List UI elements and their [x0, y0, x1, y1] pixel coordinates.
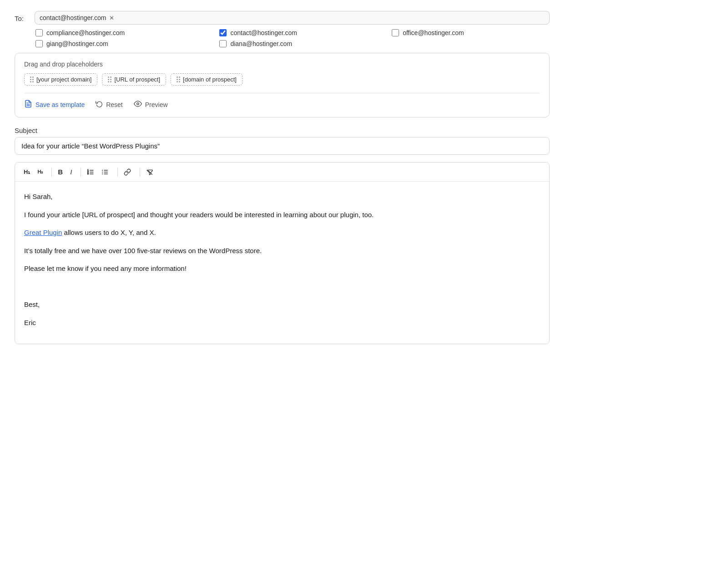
email-checkbox-contact[interactable]: contact@hostinger.com [219, 29, 383, 36]
to-tag-close-icon[interactable]: ✕ [109, 15, 114, 21]
clear-format-button[interactable] [143, 167, 157, 178]
bold-button[interactable]: B [55, 166, 66, 178]
preview-label: Preview [145, 101, 168, 108]
placeholder-chip-domain[interactable]: [your project domain] [24, 73, 97, 86]
subject-label: Subject [15, 127, 550, 134]
placeholders-title: Drag and drop placeholders [24, 61, 540, 68]
checkbox-diana[interactable] [219, 40, 227, 47]
preview-button[interactable]: Preview [134, 100, 168, 110]
drag-handle-icon [30, 76, 34, 82]
email-label-contact: contact@hostinger.com [230, 29, 297, 36]
reset-button[interactable]: Reset [96, 100, 123, 109]
list-group: 1 2 3 [84, 167, 112, 178]
to-label: To: [15, 11, 27, 22]
h2-button[interactable]: H₂ [34, 167, 46, 177]
unordered-list-button[interactable] [98, 167, 112, 178]
toolbar-divider-v2 [81, 168, 81, 177]
email-checkbox-diana[interactable]: diana@hostinger.com [219, 40, 383, 47]
clear-format-icon [146, 168, 153, 176]
editor-line3-rest: allows users to do X, Y, and X. [62, 229, 156, 236]
ordered-list-button[interactable]: 1 2 3 [84, 167, 97, 178]
drag-handle-icon [177, 76, 180, 82]
editor-line3: Great Plugin allows users to do X, Y, an… [24, 227, 540, 239]
save-template-button[interactable]: Save as template [24, 100, 85, 110]
placeholder-chip-prospect-domain[interactable]: [domain of prospect] [171, 73, 243, 86]
toolbar-divider-v3 [117, 168, 118, 177]
email-label-giang: giang@hostinger.com [46, 40, 108, 47]
svg-point-13 [102, 172, 103, 173]
svg-point-2 [137, 103, 139, 105]
heading-group: H₁ H₂ [20, 167, 46, 177]
drag-handle-icon [108, 76, 111, 82]
ordered-list-icon: 1 2 3 [87, 168, 94, 176]
checkbox-giang[interactable] [35, 40, 43, 47]
svg-point-14 [102, 173, 103, 174]
link-icon [124, 168, 131, 176]
placeholders-box: Drag and drop placeholders [your project… [15, 53, 550, 117]
reset-icon [96, 100, 103, 109]
email-checkbox-compliance[interactable]: compliance@hostinger.com [35, 29, 210, 36]
checkbox-compliance[interactable] [35, 29, 43, 36]
italic-button[interactable]: I [67, 166, 75, 178]
toolbar-divider [24, 93, 540, 93]
toolbar-actions: Save as template Reset Preview [24, 100, 540, 110]
chip-label-url: [URL of prospect] [114, 76, 160, 83]
editor-line6: Best, [24, 299, 540, 310]
link-group [121, 167, 134, 178]
editor-line4: It’s totally free and we have over 100 f… [24, 245, 540, 257]
email-label-diana: diana@hostinger.com [230, 40, 292, 47]
editor-line1: Hi Sarah, [24, 191, 540, 203]
to-tag-email: contact@hostinger.com [40, 14, 106, 21]
chip-label-prospect-domain: [domain of prospect] [183, 76, 237, 83]
to-field-area: contact@hostinger.com ✕ compliance@hosti… [35, 11, 550, 47]
editor-line7: Eric [24, 317, 540, 329]
subject-section: Subject [15, 127, 550, 155]
email-checkbox-giang[interactable]: giang@hostinger.com [35, 40, 210, 47]
subject-input[interactable] [15, 137, 550, 155]
email-label-office: office@hostinger.com [403, 29, 464, 36]
clear-group [143, 167, 157, 178]
placeholder-chip-url[interactable]: [URL of prospect] [102, 73, 166, 86]
email-checkbox-office[interactable]: office@hostinger.com [392, 29, 550, 36]
editor-box: H₁ H₂ B I 1 2 3 [15, 162, 550, 344]
toolbar-divider-v1 [51, 168, 52, 177]
reset-label: Reset [106, 101, 123, 108]
to-tag: contact@hostinger.com ✕ [40, 14, 114, 21]
email-checkboxes: compliance@hostinger.com contact@hosting… [35, 29, 550, 47]
editor-line2: I found your article [URL of prospect] a… [24, 209, 540, 221]
format-group: B I [55, 166, 75, 178]
link-button[interactable] [121, 167, 134, 178]
editor-content[interactable]: Hi Sarah, I found your article [URL of p… [15, 182, 549, 344]
save-template-icon [24, 100, 32, 110]
unordered-list-icon [101, 168, 109, 176]
save-template-label: Save as template [35, 101, 85, 108]
checkbox-contact[interactable] [219, 29, 227, 36]
chip-label-domain: [your project domain] [36, 76, 91, 83]
preview-icon [134, 100, 142, 110]
h1-button[interactable]: H₁ [20, 167, 33, 177]
to-row: To: contact@hostinger.com ✕ compliance@h… [15, 11, 550, 47]
editor-toolbar: H₁ H₂ B I 1 2 3 [15, 163, 549, 182]
placeholder-chips: [your project domain] [URL of prospect] … [24, 73, 540, 86]
checkbox-office[interactable] [392, 29, 399, 36]
editor-link[interactable]: Great Plugin [24, 229, 62, 236]
svg-point-12 [102, 170, 103, 171]
email-label-compliance: compliance@hostinger.com [46, 29, 125, 36]
to-input-box[interactable]: contact@hostinger.com ✕ [35, 11, 550, 25]
toolbar-divider-v4 [140, 168, 140, 177]
editor-line5: Please let me know if you need any more … [24, 263, 540, 275]
svg-text:3: 3 [88, 173, 89, 175]
